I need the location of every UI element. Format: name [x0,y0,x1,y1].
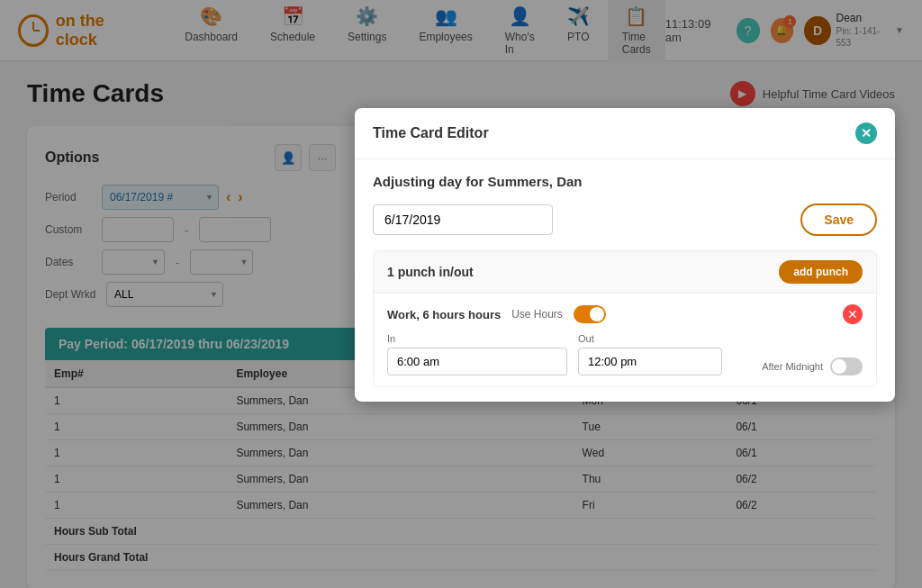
after-midnight-toggle[interactable] [830,357,863,375]
modal-header: Time Card Editor ✕ [355,108,895,159]
out-time-input[interactable] [578,348,722,375]
modal-date-input[interactable] [373,204,553,235]
modal-close-button[interactable]: ✕ [855,122,877,144]
out-label: Out [578,333,751,344]
punch-row: Work, 6 hours hours Use Hours ✕ In Out [374,294,876,386]
time-card-editor-modal: Time Card Editor ✕ Adjusting day for Sum… [355,108,895,402]
punch-section: 1 punch in/out add punch Work, 6 hours h… [373,250,877,387]
punch-type-row: Work, 6 hours hours Use Hours ✕ [387,304,863,324]
after-midnight-group: After Midnight [762,357,863,375]
add-punch-button[interactable]: add punch [779,260,863,284]
punch-type-label: Work, 6 hours hours [387,308,501,321]
modal-date-save-row: Save [373,204,877,236]
punch-section-header: 1 punch in/out add punch [374,251,876,294]
in-time-input[interactable] [387,348,567,375]
modal-overlay: Time Card Editor ✕ Adjusting day for Sum… [0,0,922,588]
modal-body: Adjusting day for Summers, Dan Save 1 pu… [355,159,895,402]
modal-day-row: Adjusting day for Summers, Dan [373,174,877,189]
use-hours-toggle[interactable] [574,305,606,323]
punch-section-title: 1 punch in/out [387,265,474,279]
modal-title: Time Card Editor [373,125,489,141]
in-group: In [387,333,567,375]
save-button[interactable]: Save [800,204,877,236]
use-hours-label: Use Hours [511,308,563,321]
in-label: In [387,333,567,344]
remove-punch-button[interactable]: ✕ [843,304,863,324]
in-out-row: In Out After Midnight [387,333,863,375]
out-group: Out [578,333,751,375]
modal-subtitle: Adjusting day for Summers, Dan [373,174,583,189]
after-midnight-label: After Midnight [762,361,823,372]
